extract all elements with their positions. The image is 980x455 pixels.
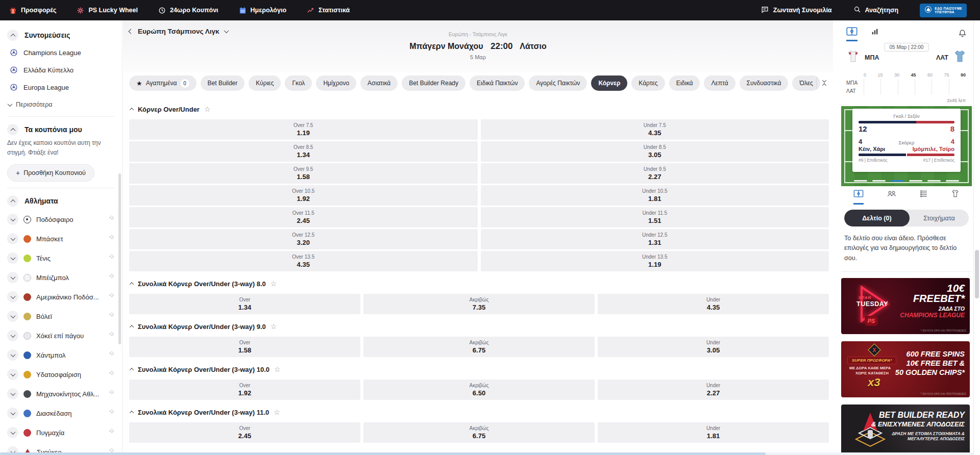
odds-cell[interactable]: Under4.35 [598, 294, 829, 314]
odds-cell[interactable]: Over 13.54.35 [129, 251, 478, 271]
tab-pitch-view[interactable] [846, 27, 857, 41]
pin-icon[interactable] [108, 389, 115, 398]
odds-cell[interactable]: Over1.34 [129, 294, 360, 314]
favorite-market-icon[interactable]: ☆ [271, 322, 277, 331]
odds-cell[interactable]: Ακριβώς6.75 [363, 337, 595, 357]
collapse-section-icon[interactable] [130, 108, 134, 112]
promo-banner-free-spins[interactable]: X SUPER ΠΡΟΣΦΟΡΑ* ΜΕ ΔΩΡΑ ΚΑΘΕ ΜΕΡΑ ΧΩΡΙ… [841, 341, 970, 397]
pin-icon[interactable] [108, 312, 115, 321]
favorite-market-icon[interactable]: ☆ [204, 105, 211, 113]
odds-cell[interactable]: Ακριβώς6.50 [363, 380, 595, 400]
odds-cell[interactable]: Ακριβώς6.75 [363, 422, 595, 443]
tab-ασιατικά[interactable]: Ασιατικά [360, 75, 398, 91]
odds-cell[interactable]: Over 7.51.19 [129, 119, 478, 140]
more-button[interactable]: Περισσότερα [7, 96, 115, 110]
tab-κύριες[interactable]: Κύριες [249, 75, 281, 91]
nav-item-clock[interactable]: 24ωρο Κουπόνι [158, 7, 218, 14]
sidebar-sport-ice-hockey[interactable]: Χόκεϊ επί πάγου [7, 326, 115, 345]
odds-cell[interactable]: Under 8.53.05 [481, 141, 829, 162]
sidebar-sport-entertainment[interactable]: Διασκέδαση [7, 403, 115, 423]
carousel-dash[interactable] [891, 180, 904, 182]
tab-bet-builder-ready[interactable]: Bet Builder Ready [402, 75, 465, 91]
sidebar-sport-soccer[interactable]: Ποδόσφαιρο [7, 210, 115, 229]
carousel-dash[interactable] [909, 180, 922, 182]
odds-cell[interactable]: Over 12.53.20 [129, 229, 478, 249]
carousel-dash[interactable] [872, 180, 886, 182]
add-coupon-button[interactable]: + Προσθήκη Κουπονιού [7, 164, 94, 182]
nav-item-calendar[interactable]: Ημερολόγιο [239, 7, 286, 14]
odds-cell[interactable]: Under1.81 [598, 422, 829, 443]
collapse-markets-icon[interactable] [823, 80, 826, 86]
odds-cell[interactable]: Over1.92 [129, 380, 360, 400]
tab-bet-builder[interactable]: Bet Builder [201, 75, 245, 91]
odds-cell[interactable]: Under 7.54.35 [481, 119, 829, 140]
search-button[interactable]: Αναζήτηση [853, 6, 899, 15]
my-coupons-section-header[interactable]: Τα κουπόνια μου [7, 124, 115, 135]
carousel-dash[interactable] [946, 180, 959, 182]
sidebar-sport-tennis[interactable]: Τένις [7, 248, 115, 268]
nav-item-stats[interactable]: Στατιστικά [307, 7, 350, 14]
page-horizontal-scrollbar[interactable] [0, 452, 973, 455]
live-chat-button[interactable]: Ζωντανή Συνομιλία [761, 6, 832, 15]
carousel-dash[interactable] [854, 180, 867, 182]
pin-icon[interactable] [108, 215, 115, 224]
odds-cell[interactable]: Under2.27 [598, 380, 829, 400]
promo-banner-freebet[interactable]: STAR TUESDAY PS 10€ FREEBET* 2ΑΔΑ ΣΤΟ CH… [841, 278, 970, 334]
tab-συνδυαστικά[interactable]: Συνδυαστικά [740, 75, 789, 91]
subtab-standings[interactable] [919, 190, 928, 205]
sidebar-scrollbar[interactable] [118, 173, 121, 344]
sidebar-sport-boxing[interactable]: Πυγμαχία [7, 423, 115, 442]
collapse-section-icon[interactable] [130, 282, 134, 286]
pin-icon[interactable] [108, 409, 115, 418]
tab-ειδικά[interactable]: Ειδικά [669, 75, 700, 91]
odds-cell[interactable]: Over 10.51.92 [129, 185, 478, 206]
pin-icon[interactable] [108, 273, 115, 282]
tab-αγαπημένα[interactable]: ★Αγαπημένα0 [129, 75, 197, 91]
odds-cell[interactable]: Over1.58 [129, 337, 360, 357]
pin-icon[interactable] [108, 254, 115, 263]
pin-icon[interactable] [108, 370, 115, 379]
tab-αγορές-παικτών[interactable]: Αγορές Παικτών [529, 75, 587, 91]
odds-cell[interactable]: Under3.05 [598, 337, 829, 357]
subtab-pitch[interactable] [853, 190, 864, 205]
favorite-market-icon[interactable]: ☆ [274, 365, 281, 373]
odds-cell[interactable]: Under 10.51.81 [481, 185, 829, 206]
nav-item-gift[interactable]: Προσφορές [9, 7, 56, 14]
pin-icon[interactable] [108, 331, 115, 340]
pin-icon[interactable] [108, 234, 115, 243]
promo-banner-bet-builder[interactable]: BET BUILDER READY & ΕΝΙΣΧΥΜΕΝΕΣ ΑΠΟΔΟΣΕΙ… [841, 405, 970, 455]
shortcuts-section-header[interactable]: Συντομεύσεις [7, 30, 115, 41]
sidebar-sport-american-football[interactable]: Αμερικάνικο Ποδόσ... [7, 287, 115, 307]
nav-item-wheel[interactable]: PS Lucky Wheel [77, 7, 138, 14]
odds-cell[interactable]: Over2.45 [129, 422, 360, 443]
tab-stats-view[interactable] [871, 28, 879, 41]
odds-cell[interactable]: Over 8.51.34 [129, 141, 478, 162]
favorite-market-icon[interactable]: ☆ [271, 280, 277, 288]
pin-icon[interactable] [108, 292, 115, 301]
sidebar-sport-basketball[interactable]: Μπάσκετ [7, 229, 115, 248]
bets-tab[interactable]: Στοιχήματα [910, 210, 969, 226]
odds-cell[interactable]: Under 12.51.31 [481, 229, 829, 249]
subtab-h2h[interactable] [887, 190, 897, 205]
collapse-section-icon[interactable] [130, 411, 134, 415]
odds-cell[interactable]: Under 11.51.51 [481, 207, 829, 228]
tab-ημίχρονο[interactable]: Ημίχρονο [316, 75, 356, 91]
shortcut-item[interactable]: Ελλάδα Κύπελλο [7, 61, 115, 79]
collapse-section-icon[interactable] [130, 368, 134, 372]
sidebar-sport-motorsport[interactable]: Μηχανοκίνητος Αθλ... [7, 384, 115, 403]
sidebar-sport-volleyball[interactable]: Βόλεϊ [7, 307, 115, 326]
odds-cell[interactable]: Over 11.52.45 [129, 207, 478, 228]
pin-icon[interactable] [108, 428, 115, 437]
odds-cell[interactable]: Under 13.51.19 [481, 251, 829, 271]
tab-κάρτες[interactable]: Κάρτες [631, 75, 665, 91]
sidebar-sport-handball[interactable]: Χάντμπολ [7, 345, 115, 365]
bell-icon[interactable] [958, 29, 967, 40]
shortcut-item[interactable]: Champions League [7, 44, 115, 61]
tab-λεπτά[interactable]: Λεπτά [704, 75, 735, 91]
odds-cell[interactable]: Under 9.52.27 [481, 163, 829, 184]
odds-cell[interactable]: Over 9.51.58 [129, 163, 478, 184]
pin-icon[interactable] [108, 350, 115, 360]
responsible-gaming-badge[interactable]: ΕΔΩ ΠΑΙΖΟΥΜΕ ΥΠΕΥΘΥΝΑ [920, 4, 967, 17]
tab-γκολ[interactable]: Γκολ [285, 75, 312, 91]
tab-ειδικά-παικτών[interactable]: Ειδικά Παικτών [470, 75, 525, 91]
